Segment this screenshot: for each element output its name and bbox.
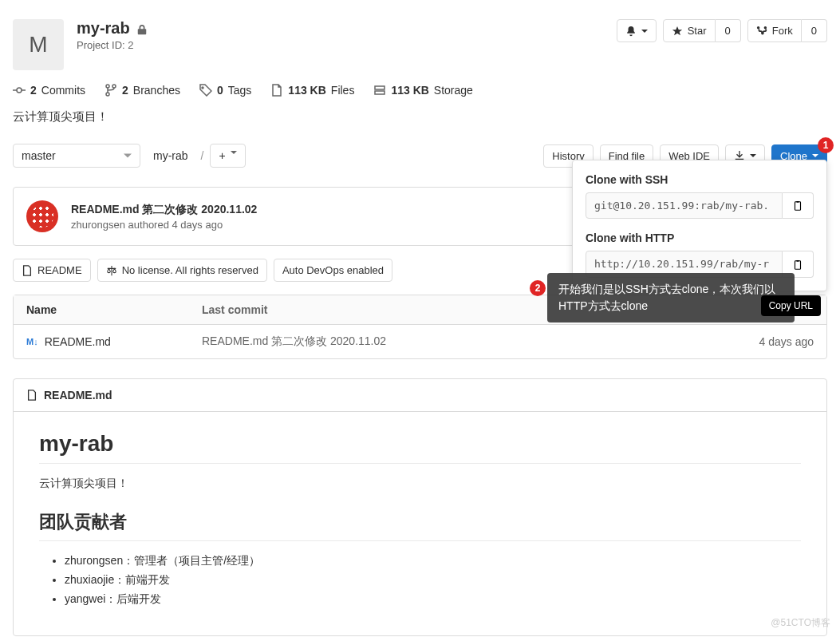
chevron-down-icon (124, 152, 132, 160)
star-count: 0 (716, 19, 741, 42)
file-name-link[interactable]: README.md (45, 335, 111, 348)
plus-icon: + (219, 149, 225, 162)
table-row: M↓ README.md README.md 第二次修改 2020.11.02 … (14, 325, 826, 358)
readme-card: README.md my-rab 云计算顶尖项目！ 团队贡献者 zhurongs… (13, 378, 827, 636)
stat-storage[interactable]: 113 KB Storage (373, 83, 473, 97)
commits-icon (13, 83, 26, 97)
list-item: zhurongsen：管理者（项目主管/经理） (65, 554, 801, 568)
svg-rect-9 (796, 260, 799, 262)
fork-button-group: Fork 0 (747, 19, 827, 42)
svg-rect-4 (375, 86, 385, 89)
stat-tags[interactable]: 0 Tags (199, 83, 251, 97)
license-button[interactable]: No license. All rights reserved (97, 259, 267, 282)
svg-rect-5 (375, 91, 385, 94)
chevron-down-icon (812, 152, 818, 159)
copy-ssh-button[interactable] (783, 192, 814, 219)
fork-icon (756, 26, 767, 37)
chevron-down-icon (750, 152, 756, 159)
svg-point-1 (106, 85, 109, 88)
breadcrumb-project[interactable]: my-rab (147, 149, 195, 162)
project-name: my-rab (77, 19, 130, 38)
document-icon (26, 390, 37, 401)
chevron-down-icon (641, 28, 648, 34)
project-description: 云计算顶尖项目！ (13, 106, 827, 137)
readme-p1: 云计算顶尖项目！ (39, 477, 801, 491)
clone-http-label: Clone with HTTP (586, 231, 814, 244)
stat-commits[interactable]: 2 Commits (13, 83, 85, 97)
clone-ssh-label: Clone with SSH (586, 173, 814, 186)
list-item: yangwei：后端开发 (65, 592, 801, 607)
clipboard-icon (792, 200, 803, 212)
readme-contributors-list: zhurongsen：管理者（项目主管/经理） zhuxiaojie：前端开发 … (39, 554, 801, 607)
markdown-icon: M↓ (26, 337, 38, 346)
svg-point-3 (106, 93, 109, 96)
files-icon (270, 83, 283, 97)
svg-rect-8 (795, 261, 801, 270)
clipboard-icon (792, 259, 803, 271)
devops-button[interactable]: Auto DevOps enabled (274, 259, 392, 282)
scale-icon (106, 265, 117, 276)
bell-icon (625, 26, 637, 37)
annotation-badge-1: 1 (818, 137, 834, 153)
readme-h1: my-rab (39, 431, 801, 464)
copy-url-tooltip: Copy URL (761, 295, 821, 316)
storage-icon (373, 83, 386, 97)
file-update-time: 4 days ago (718, 335, 814, 348)
tags-icon (199, 83, 212, 97)
star-button-group: Star 0 (663, 19, 741, 42)
stats-row: 2 Commits 2 Branches 0 Tags 113 KB Files… (13, 83, 827, 106)
col-name-header: Name (26, 303, 202, 316)
svg-rect-6 (795, 202, 801, 211)
notification-button[interactable] (617, 19, 657, 42)
readme-h2: 团队贡献者 (39, 510, 801, 541)
svg-point-0 (17, 88, 22, 93)
breadcrumb-separator: / (201, 149, 204, 162)
list-item: zhuxiaojie：前端开发 (65, 573, 801, 588)
branch-selector[interactable]: master (13, 144, 140, 168)
branches-icon (105, 83, 117, 97)
annotation-badge-2: 2 (530, 280, 546, 296)
svg-point-2 (112, 85, 116, 88)
lock-icon (136, 19, 148, 38)
watermark: @51CTO博客 (771, 616, 830, 630)
readme-button[interactable]: README (13, 259, 91, 282)
stat-files[interactable]: 113 KB Files (270, 83, 354, 97)
project-avatar: M (13, 19, 64, 70)
clone-dropdown: Clone with SSH git@10.20.151.99:rab/my-r… (572, 160, 827, 291)
project-id: Project ID: 2 (77, 39, 604, 51)
commit-author-avatar[interactable] (26, 200, 58, 232)
project-header: M my-rab Project ID: 2 Star 0 (13, 0, 827, 83)
readme-filename: README.md (44, 389, 112, 402)
add-button[interactable]: + (210, 144, 245, 168)
clone-ssh-input[interactable]: git@10.20.151.99:rab/my-rab. (586, 192, 783, 219)
document-icon (22, 265, 33, 276)
file-commit-message[interactable]: README.md 第二次修改 2020.11.02 (202, 334, 718, 349)
fork-button[interactable]: Fork (747, 19, 802, 42)
annotation-tooltip-2: 开始我们是以SSH方式去clone，本次我们以HTTP方式去clone (547, 273, 795, 322)
stat-branches[interactable]: 2 Branches (105, 83, 180, 97)
star-icon (672, 26, 683, 37)
fork-count: 0 (802, 19, 827, 42)
readme-body: my-rab 云计算顶尖项目！ 团队贡献者 zhurongsen：管理者（项目主… (14, 412, 826, 635)
svg-rect-7 (796, 201, 799, 203)
chevron-down-icon (231, 149, 237, 156)
project-title: my-rab (77, 19, 604, 38)
readme-header: README.md (14, 379, 826, 412)
star-button[interactable]: Star (663, 19, 716, 42)
